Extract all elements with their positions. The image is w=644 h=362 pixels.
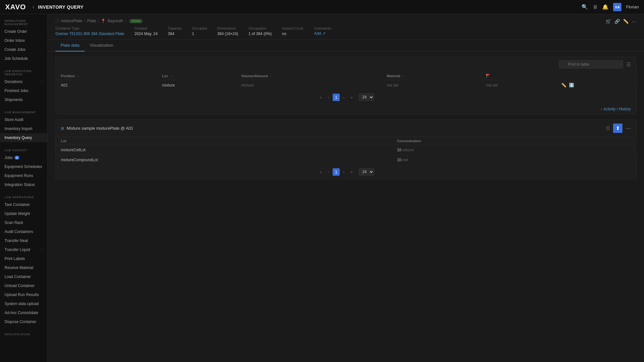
sidebar-item-label: Transfer Neat <box>5 238 28 243</box>
sidebar-item-label: System data upload <box>5 302 39 306</box>
breadcrumb-location-label[interactable]: Bayreuth <box>108 19 123 23</box>
tab-visualization[interactable]: Visualization <box>85 40 118 51</box>
col-volume[interactable]: Volume/Amount ↑↓ <box>236 72 382 80</box>
chevron-icon: › <box>42 248 43 251</box>
mixture-page-1[interactable]: 1 <box>333 168 339 176</box>
sidebar-item-scan-rack[interactable]: Scan Rack <box>0 218 47 227</box>
sidebar-item-jobs[interactable]: Jobs2 <box>0 153 47 162</box>
sidebar-item-store-audit[interactable]: Store Audit <box>0 115 47 124</box>
status-badge: Active <box>129 19 142 23</box>
sidebar-item-label: Create Jobs <box>5 47 25 52</box>
sidebar-item-system-data-upload[interactable]: System data upload <box>0 299 47 308</box>
sidebar-item-shipments[interactable]: Shipments <box>0 95 47 104</box>
sidebar-item-integration-status[interactable]: Integration Status <box>0 180 47 189</box>
monitor-icon[interactable]: 🖥 <box>592 4 598 10</box>
sidebar-item-inventory-query[interactable]: Inventory Query <box>0 133 47 142</box>
sidebar-item-finished-jobs[interactable]: Finished Jobs <box>0 86 47 95</box>
mixture-page-size-select[interactable]: 24 48 96 <box>359 168 374 176</box>
mixture-data-table: Lot Concentration mixtureCellLot 10cells… <box>56 137 636 165</box>
add-comment-button[interactable]: Add ↗ <box>314 31 331 36</box>
sidebar-item-inventory-import[interactable]: Inventory Import <box>0 124 47 133</box>
sidebar-item-tare-container[interactable]: Tare Container <box>0 200 47 209</box>
export-button[interactable]: ⬆ <box>613 124 622 133</box>
breadcrumb-name[interactable]: mixturePlate <box>61 19 82 23</box>
sidebar-section: LAB EXECUTION FEEDBACKDeviations›Finishe… <box>0 64 47 106</box>
first-page-button[interactable]: « <box>317 94 324 101</box>
sidebar-section: LAB COCKPITJobs2Equipment SchedulesEquip… <box>0 144 47 190</box>
mixture-last-page[interactable]: » <box>348 168 355 176</box>
dimensions-label: Dimensions <box>217 26 238 30</box>
sidebar-item-create-jobs[interactable]: Create Jobs <box>0 45 47 54</box>
plate-data-table: Position ↑↓ Lot ↑↓ Volume/Amount ↑↓ Mate… <box>56 72 636 90</box>
col-actions <box>556 72 636 80</box>
sidebar-item-label: Scan Rack <box>5 220 23 225</box>
page-1-button[interactable]: 1 <box>333 94 339 101</box>
sidebar-item-audit-containers[interactable]: Audit Containers <box>0 227 47 236</box>
sidebar-section-label: LAB EXECUTION FEEDBACK <box>0 68 47 77</box>
sidebar-item-ad-hoc-consolidate[interactable]: Ad-hoc Consolidate <box>0 308 47 317</box>
link-icon[interactable]: 🔗 <box>614 19 620 24</box>
sidebar-item-label: Order Inbox <box>5 38 25 43</box>
avatar[interactable]: XA <box>613 3 621 11</box>
sidebar-section-label: SPECIFICATION <box>0 331 47 337</box>
top-nav: XAVO ‹ INVENTORY QUERY 🔍 🖥 🔔 XA Florian <box>0 0 644 14</box>
sidebar-item-print-labels[interactable]: Print Labels <box>0 254 47 263</box>
activity-history-link[interactable]: › Activity / History <box>56 104 636 114</box>
occupation-value: 1 of 384 (0%) <box>249 32 272 36</box>
mixture-lot-2: mixtureCompoundLot <box>56 155 392 165</box>
sidebar-item-unload-container[interactable]: Unload Container <box>0 281 47 290</box>
mixture-row-1: mixtureCellLot 10cells/ml <box>56 145 636 155</box>
sidebar-item-transfer-liquid[interactable]: Transfer Liquid› <box>0 245 47 254</box>
sidebar-item-update-weight[interactable]: Update Weight <box>0 209 47 218</box>
mixture-prev-page[interactable]: ‹ <box>326 168 331 176</box>
sidebar-item-transfer-neat[interactable]: Transfer Neat <box>0 236 47 245</box>
sidebar-item-label: Equipment Schedules <box>5 164 42 169</box>
sidebar-item-load-container[interactable]: Load Container <box>0 272 47 281</box>
col-lot[interactable]: Lot ↑↓ <box>157 72 236 80</box>
sidebar-section-label: OPERATIONS MANAGEMENT <box>0 17 47 27</box>
search-input[interactable] <box>559 60 623 69</box>
mixture-close-icon[interactable]: — <box>626 125 631 131</box>
bell-icon[interactable]: 🔔 <box>602 4 609 10</box>
row-download-icon[interactable]: ⬇️ <box>569 83 574 88</box>
mixture-lot-1: mixtureCellLot <box>56 145 392 155</box>
sidebar-section: LAB OPERATIONSTare ContainerUpdate Weigh… <box>0 190 47 328</box>
cart-icon[interactable]: 🛒 <box>606 19 611 24</box>
page-size-select[interactable]: 24 48 96 <box>359 93 374 101</box>
next-page-button[interactable]: › <box>341 94 347 101</box>
minus-icon[interactable]: — <box>632 19 636 24</box>
search-icon[interactable]: 🔍 <box>582 4 588 10</box>
sidebar-item-upload-run-results[interactable]: Upload Run Results <box>0 290 47 299</box>
tab-plate-data[interactable]: Plate data <box>55 40 85 51</box>
sidebar-item-equipment-runs[interactable]: Equipment Runs <box>0 171 47 180</box>
sidebar-item-order-inbox[interactable]: Order Inbox <box>0 36 47 45</box>
col-position[interactable]: Position ↑↓ <box>56 72 157 80</box>
last-page-button[interactable]: » <box>348 94 355 101</box>
sidebar-item-deviations[interactable]: Deviations› <box>0 77 47 86</box>
mixture-first-page[interactable]: « <box>317 168 324 176</box>
prev-page-button[interactable]: ‹ <box>326 94 331 101</box>
edit-icon[interactable]: ✏️ <box>623 19 629 24</box>
mixture-next-page[interactable]: › <box>341 168 347 176</box>
sidebar-item-create-order[interactable]: Create Order <box>0 27 47 36</box>
table-options-icon[interactable]: ☰ <box>626 61 631 68</box>
sidebar-item-label: Audit Containers <box>5 229 33 234</box>
sidebar-section: SPECIFICATION <box>0 328 47 339</box>
sidebar-item-equipment-schedules[interactable]: Equipment Schedules <box>0 162 47 171</box>
col-material[interactable]: Material ↑↓ <box>382 72 481 80</box>
sidebar-item-label: Unload Container <box>5 283 34 288</box>
sidebar-item-label: Integration Status <box>5 182 35 187</box>
back-button[interactable]: ‹ <box>33 4 34 10</box>
container-type-value[interactable]: Greiner 781201-906 384 Standard Plate <box>55 32 124 36</box>
page-size-wrapper: 24 48 96 <box>359 93 374 101</box>
content-header: ⬚ mixturePlate | Plate | 📍 Bayreuth | Ac… <box>48 14 644 40</box>
meta-comments: Comments Add ↗ <box>314 26 331 36</box>
row-edit-icon[interactable]: ✏️ <box>561 83 566 88</box>
occupied-value: 1 <box>192 32 194 36</box>
sidebar-item-dispose-container[interactable]: Dispose Container <box>0 317 47 326</box>
mixture-options-icon[interactable]: ☰ <box>606 125 610 131</box>
cell-position: A01 <box>56 80 157 90</box>
plate-pagination: « ‹ 1 › » 24 48 96 <box>56 90 636 104</box>
sidebar-item-receive-material[interactable]: Receive Material <box>0 263 47 272</box>
sidebar-item-job-schedule[interactable]: Job Schedule <box>0 54 47 63</box>
